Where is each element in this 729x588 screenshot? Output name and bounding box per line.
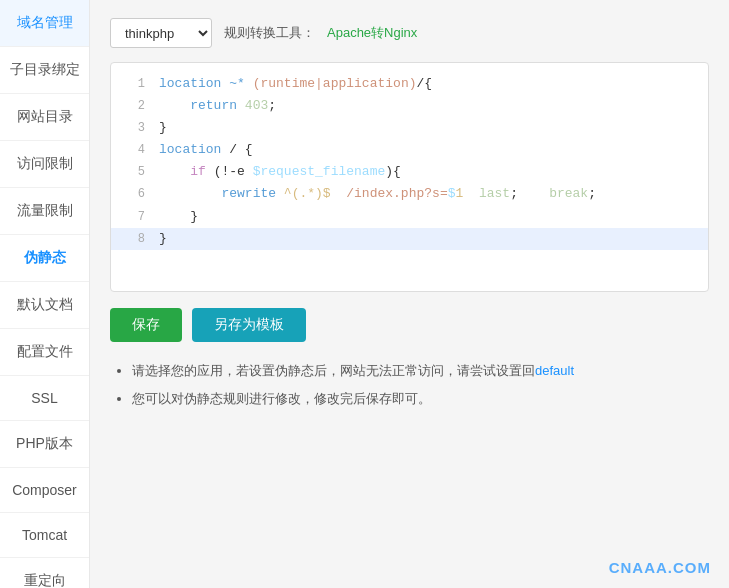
notes-section: 请选择您的应用，若设置伪静态后，网站无法正常访问，请尝试设置回default您可…	[110, 358, 709, 412]
code-text: return 403;	[159, 95, 276, 117]
action-bar: 保存 另存为模板	[110, 308, 709, 342]
note-item-0: 请选择您的应用，若设置伪静态后，网站无法正常访问，请尝试设置回default	[132, 358, 709, 384]
code-editor[interactable]: 1location ~* (runtime|application)/{2 re…	[110, 62, 709, 292]
sidebar-item-域名管理[interactable]: 域名管理	[0, 0, 89, 47]
sidebar-item-网站目录[interactable]: 网站目录	[0, 94, 89, 141]
code-line-1: 1location ~* (runtime|application)/{	[111, 73, 708, 95]
app-select[interactable]: thinkphpwordpresslaraveldefault	[110, 18, 212, 48]
code-line-5: 5 if (!-e $request_filename){	[111, 161, 708, 183]
line-number: 8	[123, 229, 145, 249]
sidebar-item-默认文档[interactable]: 默认文档	[0, 282, 89, 329]
watermark: CNAAA.COM	[609, 559, 711, 576]
tool-label: 规则转换工具：	[224, 24, 315, 42]
line-number: 5	[123, 162, 145, 182]
line-number: 7	[123, 207, 145, 227]
save-button[interactable]: 保存	[110, 308, 182, 342]
code-text: }	[159, 117, 167, 139]
sidebar-item-SSL[interactable]: SSL	[0, 376, 89, 421]
code-text: location / {	[159, 139, 253, 161]
code-line-4: 4location / {	[111, 139, 708, 161]
top-bar: thinkphpwordpresslaraveldefault 规则转换工具： …	[110, 18, 709, 48]
sidebar-item-流量限制[interactable]: 流量限制	[0, 188, 89, 235]
main-content: thinkphpwordpresslaraveldefault 规则转换工具： …	[90, 0, 729, 432]
code-text: if (!-e $request_filename){	[159, 161, 401, 183]
watermark-text: CNAAA.COM	[609, 559, 711, 576]
code-text: location ~* (runtime|application)/{	[159, 73, 432, 95]
line-number: 1	[123, 74, 145, 94]
sidebar-item-配置文件[interactable]: 配置文件	[0, 329, 89, 376]
sidebar-item-PHP版本[interactable]: PHP版本	[0, 421, 89, 468]
code-line-2: 2 return 403;	[111, 95, 708, 117]
tool-link[interactable]: Apache转Nginx	[327, 24, 417, 42]
sidebar-item-伪静态[interactable]: 伪静态	[0, 235, 89, 282]
line-number: 6	[123, 184, 145, 204]
sidebar: 域名管理子目录绑定网站目录访问限制流量限制伪静态默认文档配置文件SSLPHP版本…	[0, 0, 90, 588]
code-text: rewrite ^(.*)$ /index.php?s=$1 last; bre…	[159, 183, 596, 205]
sidebar-item-访问限制[interactable]: 访问限制	[0, 141, 89, 188]
line-number: 2	[123, 96, 145, 116]
sidebar-item-重定向[interactable]: 重定向	[0, 558, 89, 588]
sidebar-item-子目录绑定[interactable]: 子目录绑定	[0, 47, 89, 94]
code-line-3: 3}	[111, 117, 708, 139]
code-line-8: 8}	[111, 228, 708, 250]
line-number: 4	[123, 140, 145, 160]
sidebar-item-Tomcat[interactable]: Tomcat	[0, 513, 89, 558]
code-line-6: 6 rewrite ^(.*)$ /index.php?s=$1 last; b…	[111, 183, 708, 205]
note-item-1: 您可以对伪静态规则进行修改，修改完后保存即可。	[132, 386, 709, 412]
notes-list: 请选择您的应用，若设置伪静态后，网站无法正常访问，请尝试设置回default您可…	[110, 358, 709, 412]
template-button[interactable]: 另存为模板	[192, 308, 306, 342]
code-text: }	[159, 228, 167, 250]
line-number: 3	[123, 118, 145, 138]
sidebar-item-Composer[interactable]: Composer	[0, 468, 89, 513]
code-line-7: 7 }	[111, 206, 708, 228]
code-text: }	[159, 206, 198, 228]
